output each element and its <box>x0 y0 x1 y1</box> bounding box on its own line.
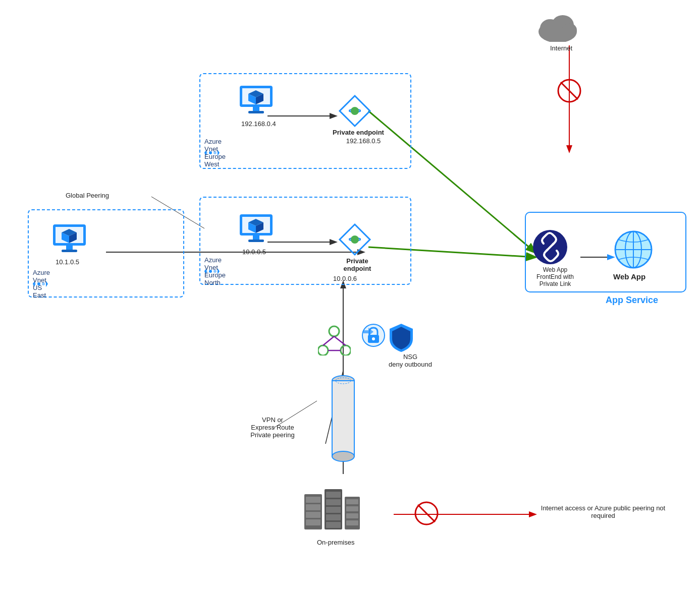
europe-west-box <box>199 73 411 169</box>
svg-rect-51 <box>248 240 264 242</box>
svg-point-71 <box>318 345 328 356</box>
svg-rect-81 <box>306 497 320 503</box>
private-endpoint-2-label: Privateendpoint <box>327 257 388 272</box>
internet-access-label: Internet access or Azure public peering … <box>540 504 666 519</box>
svg-rect-90 <box>326 522 341 528</box>
private-endpoint-2-ip: 10.0.0.6 <box>333 275 357 282</box>
svg-rect-82 <box>306 504 320 510</box>
webapp-frontend-icon <box>532 229 568 267</box>
svg-point-72 <box>341 345 351 356</box>
nsg-label: NSGdeny outbound <box>385 353 436 368</box>
svg-rect-35 <box>253 107 259 111</box>
azure-vnet-us-east-label: Azure VnetUS East <box>33 269 50 299</box>
private-endpoint-1-icon: <> <box>337 93 372 131</box>
svg-rect-65 <box>66 246 73 250</box>
svg-point-15 <box>562 23 577 37</box>
svg-line-17 <box>561 82 578 99</box>
on-premises-icon <box>302 484 362 537</box>
svg-rect-95 <box>346 520 358 525</box>
azure-vnet-europe-north-container: Azure VnetEurope North <box>204 267 220 275</box>
svg-point-39 <box>351 107 359 115</box>
app-service-label: App Service <box>606 295 658 306</box>
azure-vnet-europe-west-container: Azure Vnet Europe West <box>204 149 220 157</box>
azure-vnet-us-east-container: Azure VnetUS East <box>33 280 48 288</box>
private-endpoint-1-ip: 192.168.0.5 <box>333 137 394 145</box>
svg-point-70 <box>329 326 339 336</box>
azure-vnet-europe-north-label: Azure VnetEurope North <box>204 256 226 286</box>
private-endpoint-2-icon: <> <box>337 222 372 259</box>
svg-rect-86 <box>326 492 341 498</box>
svg-rect-77 <box>332 381 354 456</box>
svg-rect-36 <box>248 111 264 113</box>
webapp-label: Web App <box>613 272 645 281</box>
vpn-tunnel-icon <box>328 373 358 466</box>
vpn-label: VPN orExpress RoutePrivate peering <box>232 416 313 439</box>
vm-europe-west-icon <box>237 83 275 118</box>
svg-line-74 <box>334 336 346 345</box>
webapp-frontend-label: Web AppFrontEnd withPrivate Link <box>530 266 580 287</box>
svg-point-69 <box>372 337 375 340</box>
svg-point-78 <box>332 451 354 461</box>
internet-cloud-icon <box>535 9 580 44</box>
svg-rect-84 <box>306 519 320 525</box>
vm-europe-west-ip-label: 192.168.0.4 <box>241 120 276 128</box>
vm-us-east-icon <box>50 222 88 257</box>
svg-point-54 <box>351 235 359 244</box>
global-peering-label: Global Peering <box>66 192 109 199</box>
svg-rect-87 <box>326 499 341 505</box>
svg-rect-92 <box>346 499 358 504</box>
no-entry-internet-icon <box>557 78 582 105</box>
svg-rect-89 <box>326 514 341 520</box>
routing-triangle-icon <box>318 325 351 358</box>
svg-rect-50 <box>253 235 259 240</box>
svg-line-97 <box>418 505 435 522</box>
nsg-shield-icon <box>389 323 414 354</box>
no-entry-onpremises-icon <box>414 501 439 528</box>
svg-rect-93 <box>346 506 358 511</box>
azure-vnet-europe-west-label: Azure Vnet Europe West <box>204 138 226 168</box>
svg-rect-88 <box>326 507 341 513</box>
vm-europe-north-icon <box>237 212 275 247</box>
vm-europe-north-ip-label: 10.0.0.5 <box>242 248 266 256</box>
svg-rect-66 <box>62 250 77 252</box>
internet-label: Internet <box>550 44 572 52</box>
svg-rect-83 <box>306 512 320 518</box>
svg-rect-94 <box>346 513 358 518</box>
private-endpoint-1-label: Private endpoint <box>328 129 389 136</box>
gateway-icon <box>361 323 386 350</box>
webapp-globe-icon <box>613 229 654 272</box>
on-premises-label: On-premises <box>317 539 354 546</box>
svg-line-73 <box>323 336 334 345</box>
vm-us-east-ip-label: 10.1.0.5 <box>56 258 79 266</box>
